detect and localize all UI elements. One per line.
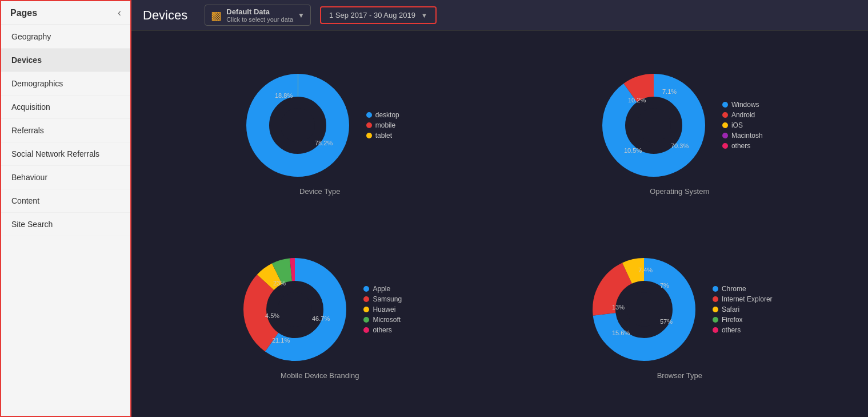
mobile-svg: 46.7% 21.1% 4.5% 23% xyxy=(238,252,352,367)
mobile-dot xyxy=(366,122,372,128)
browser-legend: Chrome Internet Explorer Safari Firefox xyxy=(713,285,773,334)
svg-point-21 xyxy=(278,292,312,327)
svg-point-11 xyxy=(637,108,671,142)
sidebar-item-site-search[interactable]: Site Search xyxy=(1,213,130,236)
firefox-dot xyxy=(713,317,718,323)
svg-text:78.2%: 78.2% xyxy=(315,140,333,146)
svg-text:10.2%: 10.2% xyxy=(628,97,646,104)
tablet-label: tablet xyxy=(375,132,392,140)
svg-text:13%: 13% xyxy=(612,304,625,311)
samsung-dot xyxy=(363,296,369,302)
samsung-label: Samsung xyxy=(373,295,402,303)
sidebar-item-content[interactable]: Content xyxy=(1,189,130,213)
sidebar-item-social-network-referrals[interactable]: Social Network Referrals xyxy=(1,142,130,166)
sidebar-items: GeographyDevicesDemographicsAcquisitionR… xyxy=(1,25,130,236)
tablet-dot xyxy=(366,133,372,138)
huawei-dot xyxy=(363,307,369,312)
data-selector[interactable]: ▩ Default Data Click to select your data… xyxy=(205,5,311,26)
device-type-title: Device Type xyxy=(299,187,340,196)
svg-text:4.5%: 4.5% xyxy=(265,312,279,319)
page-title: Devices xyxy=(143,8,187,23)
apple-dot xyxy=(363,286,369,292)
sidebar: Pages ‹ GeographyDevicesDemographicsAcqu… xyxy=(0,0,131,417)
sidebar-item-referrals[interactable]: Referrals xyxy=(1,119,130,142)
dropdown-arrow-icon: ▼ xyxy=(298,11,305,19)
ios-label: iOS xyxy=(731,121,743,129)
legend-ie: Internet Explorer xyxy=(713,295,773,303)
mobile-label: mobile xyxy=(375,121,395,129)
windows-label: Windows xyxy=(731,101,759,109)
legend-mobile: mobile xyxy=(366,121,399,129)
os-others-label: others xyxy=(731,142,750,150)
firefox-label: Firefox xyxy=(722,316,743,324)
mobile-branding-title: Mobile Device Branding xyxy=(281,371,359,380)
date-range-selector[interactable]: 1 Sep 2017 - 30 Aug 2019 ▼ xyxy=(320,6,437,24)
sidebar-item-acquisition[interactable]: Acquisition xyxy=(1,96,130,119)
safari-dot xyxy=(713,307,718,312)
macintosh-dot xyxy=(722,133,728,138)
os-others-dot xyxy=(722,143,728,149)
device-type-svg: 78.2% 18.8% xyxy=(241,68,355,182)
svg-text:7.4%: 7.4% xyxy=(638,267,653,273)
os-legend: Windows Android iOS Macintosh xyxy=(722,101,763,150)
header: Devices ▩ Default Data Click to select y… xyxy=(131,0,868,31)
legend-samsung: Samsung xyxy=(363,295,402,303)
ie-label: Internet Explorer xyxy=(722,295,773,303)
sidebar-item-devices[interactable]: Devices xyxy=(1,49,130,72)
svg-text:7%: 7% xyxy=(660,282,669,289)
chart-icon: ▩ xyxy=(211,9,222,22)
data-selector-subtitle: Click to select your data xyxy=(226,16,293,23)
android-dot xyxy=(722,112,728,118)
legend-desktop: desktop xyxy=(366,111,399,119)
svg-text:46.7%: 46.7% xyxy=(312,315,330,322)
browser-type-chart: 57% 15.6% 13% 7.4% 7% Chrome Internet Ex… xyxy=(503,227,857,406)
svg-text:23%: 23% xyxy=(273,280,286,287)
svg-text:18.8%: 18.8% xyxy=(275,92,293,99)
sidebar-item-demographics[interactable]: Demographics xyxy=(1,72,130,96)
huawei-label: Huawei xyxy=(373,305,395,313)
svg-text:70.3%: 70.3% xyxy=(671,142,689,149)
desktop-label: desktop xyxy=(375,111,399,119)
os-title: Operating System xyxy=(650,187,709,196)
macintosh-label: Macintosh xyxy=(731,132,763,140)
legend-ios: iOS xyxy=(722,121,763,129)
legend-apple: Apple xyxy=(363,285,402,293)
operating-system-chart: 70.3% 10.5% 10.2% 7.1% Windows Android xyxy=(503,42,857,221)
legend-tablet: tablet xyxy=(366,132,399,140)
microsoft-label: Microsoft xyxy=(373,316,401,324)
charts-area: 78.2% 18.8% desktop mobile tablet xyxy=(131,31,868,417)
mobile-branding-chart: 46.7% 21.1% 4.5% 23% Apple Samsung xyxy=(143,227,497,406)
browser-others-dot xyxy=(713,327,718,333)
legend-os-others: others xyxy=(722,142,763,150)
svg-text:10.5%: 10.5% xyxy=(624,147,642,154)
main-content: Devices ▩ Default Data Click to select y… xyxy=(131,0,868,417)
legend-mobile-others: others xyxy=(363,326,402,334)
legend-chrome: Chrome xyxy=(713,285,773,293)
data-selector-title: Default Data xyxy=(226,7,293,16)
date-arrow-icon: ▼ xyxy=(421,12,427,19)
sidebar-header: Pages ‹ xyxy=(1,1,130,25)
svg-text:15.6%: 15.6% xyxy=(612,329,630,336)
desktop-dot xyxy=(366,112,372,118)
sidebar-title: Pages xyxy=(10,8,37,18)
legend-macintosh: Macintosh xyxy=(722,132,763,140)
browser-others-label: others xyxy=(722,326,741,334)
os-svg: 70.3% 10.5% 10.2% 7.1% xyxy=(597,68,711,182)
legend-browser-others: others xyxy=(713,326,773,334)
device-type-chart: 78.2% 18.8% desktop mobile tablet xyxy=(143,42,497,221)
svg-point-31 xyxy=(627,292,661,327)
android-label: Android xyxy=(731,111,755,119)
sidebar-item-behaviour[interactable]: Behaviour xyxy=(1,166,130,189)
legend-android: Android xyxy=(722,111,763,119)
svg-text:57%: 57% xyxy=(660,318,673,325)
mobile-legend: Apple Samsung Huawei Microsoft xyxy=(363,285,402,334)
browser-type-title: Browser Type xyxy=(657,371,702,380)
sidebar-collapse-button[interactable]: ‹ xyxy=(118,7,121,19)
mobile-others-label: others xyxy=(373,326,391,334)
mobile-others-dot xyxy=(363,327,369,333)
svg-point-3 xyxy=(281,108,315,142)
sidebar-item-geography[interactable]: Geography xyxy=(1,25,130,49)
chrome-dot xyxy=(713,286,718,292)
legend-huawei: Huawei xyxy=(363,305,402,313)
svg-text:7.1%: 7.1% xyxy=(662,88,677,95)
